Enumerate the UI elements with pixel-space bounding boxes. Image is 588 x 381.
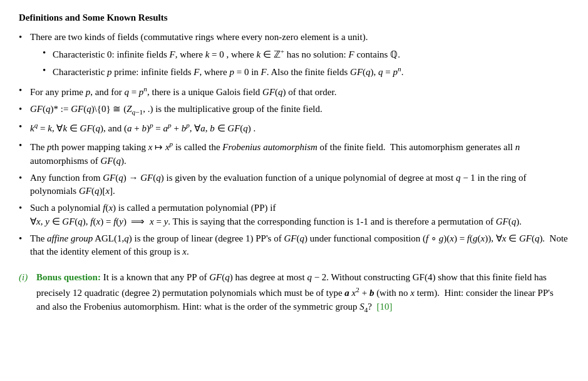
- list-item: • There are two kinds of fields (commuta…: [19, 31, 569, 81]
- list-item: • Such a polynomial f(x) is called a per…: [19, 201, 569, 229]
- bullet-symbol: •: [19, 103, 30, 116]
- sub-list-item-content: Characteristic p prime: infinite fields …: [53, 64, 569, 79]
- main-bullet-list: • There are two kinds of fields (commuta…: [19, 31, 569, 259]
- list-item: • The affine group AGL(1,q) is the group…: [19, 232, 569, 260]
- bullet-symbol: •: [19, 171, 30, 185]
- sub-bullet-symbol: •: [43, 64, 53, 78]
- bullet-symbol: •: [19, 232, 30, 246]
- bullet-symbol: •: [19, 201, 30, 215]
- section-title: Definitions and Some Known Results: [19, 13, 569, 23]
- bonus-content: Bonus question: It is a known that any P…: [36, 270, 569, 315]
- bullet-symbol: •: [19, 139, 30, 153]
- sub-bullet-list: • Characteristic 0: infinite fields F, w…: [43, 46, 569, 79]
- list-item-content: Such a polynomial f(x) is called a permu…: [30, 201, 569, 229]
- list-item: • kq = k, ∀k ∈ GF(q), and (a + b)p = ap …: [19, 120, 569, 136]
- list-item-content: The affine group AGL(1,q) is the group o…: [30, 232, 569, 260]
- point-bracket: [10]: [376, 302, 392, 312]
- sub-list-item-content: Characteristic 0: infinite fields F, whe…: [53, 46, 569, 62]
- list-item: • GF(q)* := GF(q)\{0} ≅ (Zq−1, .) is the…: [19, 103, 569, 117]
- bonus-label: (i): [19, 270, 36, 285]
- bullet-symbol: •: [19, 120, 30, 134]
- sub-bullet-symbol: •: [43, 46, 53, 60]
- bonus-section: (i) Bonus question: It is a known that a…: [19, 270, 569, 315]
- list-item-content: The pth power mapping taking x ↦ xp is c…: [30, 139, 569, 168]
- bullet-symbol: •: [19, 84, 30, 98]
- list-item: • The pth power mapping taking x ↦ xp is…: [19, 139, 569, 168]
- list-item: • For any prime p, and for q = pn, there…: [19, 84, 569, 99]
- bonus-question-label: Bonus question:: [36, 272, 101, 282]
- list-item-content: Any function from GF(q) → GF(q) is given…: [30, 171, 569, 199]
- list-item-content: kq = k, ∀k ∈ GF(q), and (a + b)p = ap + …: [30, 120, 569, 136]
- list-item: • Any function from GF(q) → GF(q) is giv…: [19, 171, 569, 199]
- list-item-content: GF(q)* := GF(q)\{0} ≅ (Zq−1, .) is the m…: [30, 103, 569, 117]
- main-container: Definitions and Some Known Results • The…: [19, 13, 569, 315]
- sub-list-item: • Characteristic 0: infinite fields F, w…: [43, 46, 569, 62]
- bullet-symbol: •: [19, 31, 30, 44]
- list-item-content: There are two kinds of fields (commutati…: [30, 31, 569, 81]
- list-item-content: For any prime p, and for q = pn, there i…: [30, 84, 569, 99]
- sub-list-item: • Characteristic p prime: infinite field…: [43, 64, 569, 79]
